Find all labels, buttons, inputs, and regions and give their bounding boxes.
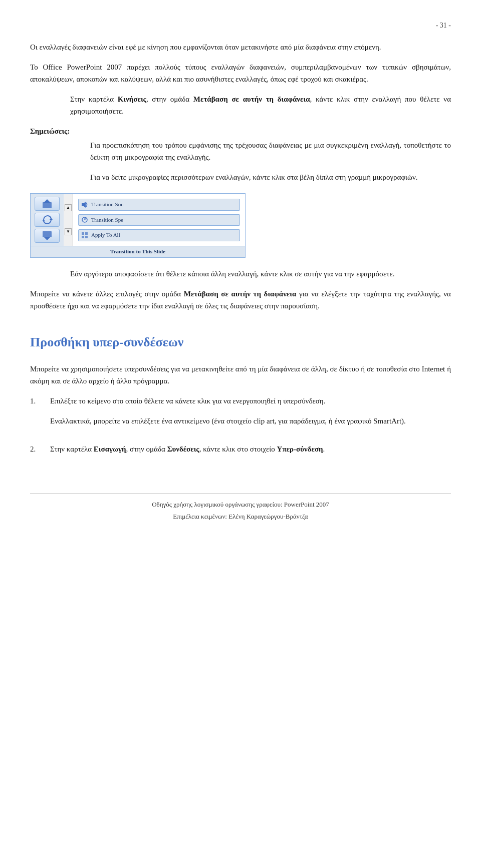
notes-section: Σημειώσεις: Για προεπισκόπηση του τρόπου…: [30, 125, 451, 183]
ribbon-slide-buttons: [31, 194, 64, 246]
svg-rect-4: [43, 231, 52, 237]
numbered-item-1-number: 1.: [30, 395, 50, 435]
paragraph-5-prefix: Μπορείτε να κάνετε άλλες επιλογές στην ο…: [30, 290, 184, 298]
scroll-up-btn[interactable]: ▲: [65, 204, 72, 211]
section-intro: Μπορείτε να χρησιμοποιήσετε υπερσυνδέσει…: [30, 363, 451, 387]
paragraph-1: Οι εναλλαγές διαφανειών είναι εφέ με κίν…: [30, 41, 451, 53]
apply-to-all-icon: [81, 231, 89, 239]
svg-rect-13: [82, 236, 84, 238]
numbered-item-2-number: 2.: [30, 443, 50, 463]
svg-marker-1: [44, 199, 51, 203]
svg-marker-2: [50, 218, 53, 220]
item1-text: Επιλέξτε το κείμενο στο οποίο θέλετε να …: [50, 397, 325, 405]
svg-rect-14: [85, 236, 88, 238]
note-1-text: Για προεπισκόπηση του τρόπου εμφάνισης τ…: [90, 141, 451, 161]
paragraph-4: Εάν αργότερα αποφασίσετε ότι θέλετε κάπο…: [70, 268, 451, 280]
paragraph-3-middle: , στην ομάδα: [146, 95, 193, 103]
footer-line-2: Επιμέλεια κειμένων: Ελένη Καραγεώργου-Βρ…: [30, 512, 451, 522]
ribbon-main: ▲ ▼ Transition Sou: [31, 194, 245, 246]
numbered-item-2-text: Στην καρτέλα Εισαγωγή, στην ομάδα Συνδέσ…: [50, 443, 451, 455]
item2-middle: , στην ομάδα: [126, 445, 167, 453]
svg-rect-0: [43, 202, 52, 208]
svg-rect-11: [82, 232, 84, 235]
svg-marker-3: [42, 220, 45, 222]
numbered-item-1-content: Επιλέξτε το κείμενο στο οποίο θέλετε να …: [50, 395, 451, 435]
scroll-down-btn[interactable]: ▼: [65, 228, 72, 235]
transition-sound-label: Transition Sou: [91, 200, 124, 209]
slide-rotate-button[interactable]: [35, 213, 60, 227]
item2-middle2: , κάντε κλικ στο στοιχείο: [199, 445, 277, 453]
transition-speed-item[interactable]: Transition Spe: [78, 214, 240, 226]
item2-bold1: Εισαγωγή: [94, 445, 126, 453]
apply-to-all-label: Apply To All: [91, 231, 120, 240]
ribbon-scroll-column: ▲ ▼: [64, 194, 73, 246]
paragraph-3-bold1: Κινήσεις: [118, 95, 146, 103]
page-number: - 31 -: [30, 20, 451, 31]
numbered-item-1-text: Επιλέξτε το κείμενο στο οποίο θέλετε να …: [50, 395, 451, 407]
apply-to-all-item[interactable]: Apply To All: [78, 229, 240, 241]
transition-sound-icon: [81, 201, 89, 209]
note-2: Για να δείτε μικρογραφίες περισσότερων ε…: [90, 171, 451, 183]
svg-marker-7: [84, 202, 86, 208]
svg-rect-6: [82, 203, 84, 206]
numbered-item-1: 1. Επιλέξτε το κείμενο στο οποίο θέλετε …: [30, 395, 451, 435]
svg-marker-5: [44, 237, 51, 240]
notes-label: Σημειώσεις:: [30, 125, 451, 137]
paragraph-5: Μπορείτε να κάνετε άλλες επιλογές στην ο…: [30, 288, 451, 312]
page: - 31 - Οι εναλλαγές διαφανειών είναι εφέ…: [0, 0, 481, 868]
item2-prefix: Στην καρτέλα: [50, 445, 94, 453]
item2-suffix: .: [323, 445, 325, 453]
paragraph-3-bold2: Μετάβαση σε αυτήν τη διαφάνεια: [193, 95, 310, 103]
paragraph-1-text: Οι εναλλαγές διαφανειών είναι εφέ με κίν…: [30, 43, 381, 51]
paragraph-2: Το Office PowerPoint 2007 παρέχει πολλού…: [30, 61, 451, 85]
paragraph-5-bold: Μετάβαση σε αυτήν τη διαφάνεια: [184, 290, 296, 298]
item2-bold2: Συνδέσεις: [167, 445, 199, 453]
numbered-item-2-content: Στην καρτέλα Εισαγωγή, στην ομάδα Συνδέσ…: [50, 443, 451, 463]
ribbon-bottom-label: Transition to This Slide: [31, 246, 245, 257]
ribbon-screenshot-container: ▲ ▼ Transition Sou: [30, 193, 451, 258]
paragraph-3: Στην καρτέλα Κινήσεις, στην ομάδα Μετάβα…: [70, 93, 451, 117]
ribbon-items: Transition Sou Transition Spe: [73, 194, 245, 246]
note-1: Για προεπισκόπηση του τρόπου εμφάνισης τ…: [90, 139, 451, 163]
footer: Οδηγός χρήσης λογισμικού οργάνωσης γραφε…: [30, 493, 451, 523]
paragraph-4-text: Εάν αργότερα αποφασίσετε ότι θέλετε κάπο…: [70, 270, 394, 278]
paragraph-3-prefix: Στην καρτέλα: [70, 95, 118, 103]
paragraph-2-text: Το Office PowerPoint 2007 παρέχει πολλού…: [30, 63, 451, 83]
numbered-item-2: 2. Στην καρτέλα Εισαγωγή, στην ομάδα Συν…: [30, 443, 451, 463]
note-2-text: Για να δείτε μικρογραφίες περισσότερων ε…: [90, 173, 417, 181]
svg-rect-12: [85, 232, 88, 235]
footer-line-1: Οδηγός χρήσης λογισμικού οργάνωσης γραφε…: [30, 500, 451, 510]
slide-up-button[interactable]: [35, 197, 60, 211]
item2-bold3: Υπερ-σύνδεση: [277, 445, 323, 453]
section-intro-text: Μπορείτε να χρησιμοποιήσετε υπερσυνδέσει…: [30, 365, 451, 385]
item1-alt-text: Εναλλακτικά, μπορείτε να επιλέξετε ένα α…: [50, 417, 406, 425]
transition-sound-item[interactable]: Transition Sou: [78, 199, 240, 211]
ribbon-screenshot: ▲ ▼ Transition Sou: [30, 193, 246, 258]
section-heading: Προσθήκη υπερ-συνδέσεων: [30, 332, 451, 353]
transition-speed-label: Transition Spe: [91, 216, 123, 225]
numbered-item-1-alt: Εναλλακτικά, μπορείτε να επιλέξετε ένα α…: [50, 415, 451, 427]
transition-speed-icon: [81, 216, 89, 224]
slide-down-button[interactable]: [35, 229, 60, 243]
